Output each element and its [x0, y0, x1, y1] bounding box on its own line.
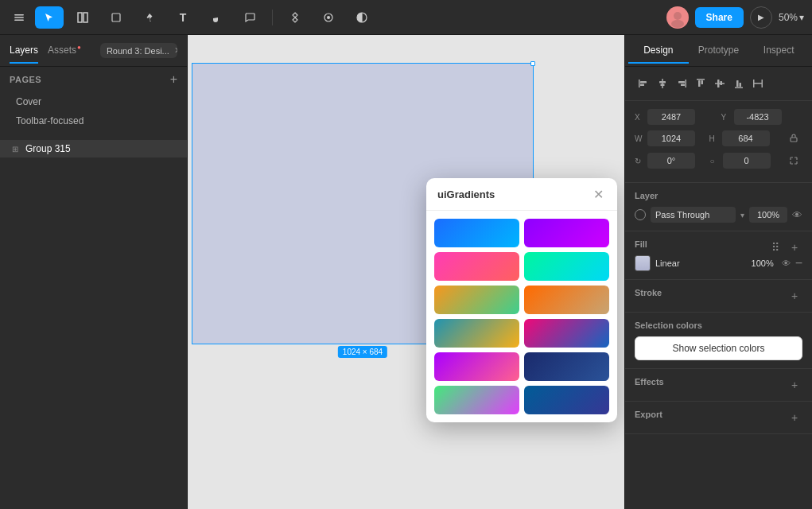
play-button[interactable]: ▶	[750, 6, 772, 29]
add-fill-button[interactable]: +	[787, 239, 802, 255]
toolbar-left: T	[8, 6, 404, 29]
gradient-swatch-1[interactable]	[434, 219, 519, 247]
x-input[interactable]	[647, 109, 695, 125]
position-size-section: X Y W H	[625, 101, 812, 183]
page-item-cover[interactable]: Cover	[10, 92, 177, 111]
pages-header: Pages +	[10, 73, 177, 86]
w-input[interactable]	[647, 130, 695, 146]
radius-input[interactable]	[723, 153, 771, 169]
resize-handle-tr[interactable]	[530, 61, 535, 66]
rotation-input[interactable]	[647, 153, 695, 169]
align-middle-v-button[interactable]	[711, 75, 728, 92]
align-bottom-button[interactable]	[730, 75, 748, 92]
effects-section: Effects +	[625, 369, 812, 402]
select-tool[interactable]	[35, 6, 64, 29]
main-layout: Layers Assets● Round 3: Desi... ✕ Pages …	[0, 35, 812, 509]
right-panel: Design Prototype Inspect	[624, 35, 812, 509]
blend-mode-select[interactable]: Pass Through	[651, 207, 736, 223]
y-input[interactable]	[734, 109, 782, 125]
tab-assets[interactable]: Assets●	[48, 37, 81, 64]
page-item-toolbar[interactable]: Toolbar-focused	[10, 111, 177, 130]
add-page-button[interactable]: +	[170, 73, 177, 86]
toolbar-right: Share ▶ 50% ▾	[409, 6, 805, 29]
text-tool[interactable]: T	[169, 6, 197, 29]
align-right-button[interactable]	[673, 75, 690, 92]
theme-tool[interactable]	[348, 6, 376, 29]
show-selection-colors-button[interactable]: Show selection colors	[635, 336, 802, 360]
fill-title: Fill	[635, 239, 647, 249]
opacity-input[interactable]	[749, 207, 787, 223]
svg-rect-2	[14, 19, 24, 21]
add-effect-button[interactable]: +	[787, 377, 802, 393]
distribute-button[interactable]	[749, 75, 767, 92]
svg-rect-4	[84, 13, 87, 22]
tab-design[interactable]: Design	[628, 38, 689, 64]
align-section	[625, 67, 812, 101]
gradient-swatch-12[interactable]	[524, 386, 609, 414]
export-title: Export	[635, 410, 662, 419]
canvas-area[interactable]: 1024 × 684 uiGradients ✕	[188, 35, 624, 509]
gradient-swatch-4[interactable]	[524, 252, 609, 281]
add-export-button[interactable]: +	[787, 410, 802, 425]
h-coord-group: H	[709, 130, 779, 146]
stroke-section: Stroke +	[625, 280, 812, 313]
align-center-h-button[interactable]	[654, 75, 671, 92]
visibility-button[interactable]: 👁	[792, 209, 802, 221]
zoom-control[interactable]: 50% ▾	[779, 12, 804, 23]
gradient-swatch-3[interactable]	[434, 252, 519, 281]
comment-tool[interactable]	[235, 6, 264, 29]
radius-icon: ○	[710, 157, 720, 165]
gradient-swatch-9[interactable]	[434, 352, 519, 381]
gradient-swatch-7[interactable]	[434, 319, 519, 348]
y-label: Y	[721, 113, 731, 122]
align-top-button[interactable]	[692, 75, 709, 92]
menu-button[interactable]	[8, 6, 30, 29]
svg-rect-3	[78, 13, 82, 22]
align-left-button[interactable]	[635, 75, 652, 92]
radius-group: ○	[710, 153, 781, 169]
document-tab-close[interactable]: ✕	[174, 45, 177, 56]
layer-circle-icon	[635, 209, 646, 220]
hand-tool[interactable]	[202, 6, 231, 29]
gradients-close-button[interactable]: ✕	[590, 186, 606, 202]
y-coord-group: Y	[721, 109, 803, 125]
layer-section: Layer Pass Through ▾ 👁	[625, 183, 812, 231]
fill-type-label: Linear	[655, 258, 744, 268]
component-tool[interactable]	[281, 6, 309, 29]
chevron-down-icon: ▾	[740, 211, 744, 220]
pen-tool[interactable]	[135, 6, 164, 29]
document-tab[interactable]: Round 3: Desi... ✕	[100, 43, 177, 58]
constrain-proportions-button[interactable]	[785, 130, 802, 147]
frame-tool[interactable]	[68, 6, 97, 29]
share-button[interactable]: Share	[695, 7, 744, 28]
gradient-swatch-11[interactable]	[434, 386, 519, 414]
gradient-swatch-6[interactable]	[524, 286, 609, 314]
left-panel: Layers Assets● Round 3: Desi... ✕ Pages …	[0, 35, 188, 509]
fill-opacity-label: 100%	[748, 258, 777, 268]
gradient-swatch-2[interactable]	[524, 219, 609, 247]
fill-grid-button[interactable]: ⠿	[767, 239, 783, 255]
gradients-popup: uiGradients ✕	[426, 178, 617, 422]
fill-section: Fill ⠿ + Linear 100% 👁 −	[625, 231, 812, 280]
position-row: X Y	[635, 109, 802, 125]
layer-item-group315[interactable]: ⊞ Group 315	[0, 140, 187, 157]
shape-tool[interactable]	[102, 6, 130, 29]
svg-rect-14	[662, 79, 663, 88]
fill-visibility-button[interactable]: 👁	[782, 258, 791, 268]
tab-prototype[interactable]: Prototype	[689, 38, 749, 64]
expand-button[interactable]	[785, 152, 802, 169]
gradient-swatch-5[interactable]	[434, 286, 519, 314]
toolbar-separator-1	[272, 10, 273, 25]
variable-tool[interactable]	[314, 6, 343, 29]
h-input[interactable]	[722, 130, 770, 146]
svg-rect-18	[678, 81, 685, 84]
tab-inspect[interactable]: Inspect	[748, 38, 809, 64]
svg-rect-27	[736, 80, 739, 87]
gradient-swatch-8[interactable]	[524, 319, 609, 348]
gradient-swatch-10[interactable]	[524, 352, 609, 381]
tab-layers[interactable]: Layers	[10, 38, 38, 64]
remove-fill-button[interactable]: −	[795, 256, 802, 270]
selection-colors-section: Selection colors Show selection colors	[625, 313, 812, 369]
add-stroke-button[interactable]: +	[787, 288, 802, 304]
fill-swatch[interactable]	[635, 255, 651, 271]
